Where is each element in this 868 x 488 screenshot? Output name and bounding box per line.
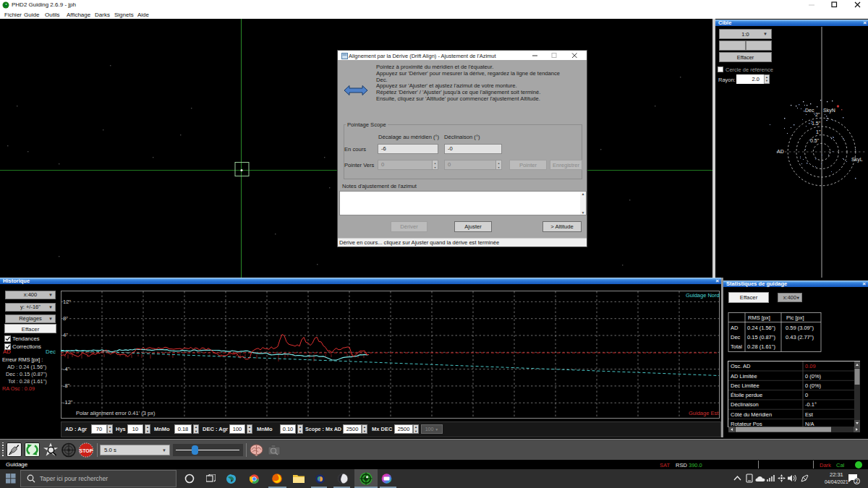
svg-text:Polar alignment error 0.41' (3: Polar alignment error 0.41' (3 px) [76,410,156,416]
svg-text:8": 8" [63,315,68,322]
svg-text:Est: Est [805,411,814,418]
svg-text:0.5": 0.5" [810,138,820,143]
svg-text:-12": -12" [63,399,73,406]
svg-text:0 (0%): 0 (0%) [805,373,822,380]
svg-text:0.24 (1.56"): 0.24 (1.56") [747,325,775,331]
svg-text:AD: AD [777,149,784,154]
svg-text:0.59 (3.09"): 0.59 (3.09") [786,325,814,331]
svg-text:Guidage Est: Guidage Est [689,410,719,416]
svg-text:Côté du Méridien: Côté du Méridien [731,411,772,418]
svg-text:0.43 (2.77"): 0.43 (2.77") [786,334,814,341]
svg-text:STOP: STOP [80,448,93,453]
svg-text:4": 4" [63,332,68,338]
svg-text:12": 12" [63,299,71,305]
svg-text:-8": -8" [63,382,70,389]
svg-text:-0.1°: -0.1° [805,401,817,408]
svg-text:Rotateur Pos: Rotateur Pos [731,421,762,427]
svg-text:AD Limitée: AD Limitée [731,373,757,380]
svg-text:1": 1" [816,129,821,134]
svg-text:Déclinaison: Déclinaison [731,401,759,408]
svg-text:Étoile perdue: Étoile perdue [731,392,762,398]
svg-text:Dec Limitée: Dec Limitée [731,382,760,389]
svg-text:RMS [px]: RMS [px] [748,314,770,321]
svg-text:0 (0%): 0 (0%) [805,382,822,389]
svg-text:2: 2 [856,479,859,484]
svg-text:Osc. AD: Osc. AD [731,363,751,369]
svg-text:0.28 (1.61"): 0.28 (1.61") [747,343,775,350]
svg-text:Pic [px]: Pic [px] [786,314,804,321]
svg-text:0.15 (0.87"): 0.15 (0.87") [747,334,775,341]
svg-text:-4": -4" [63,366,70,372]
svg-text:Dec: Dec [731,334,741,341]
svg-text:N/A: N/A [805,421,814,427]
svg-text:2": 2" [815,112,820,117]
svg-text:0.09: 0.09 [805,363,816,369]
svg-text:SkyL: SkyL [851,157,863,163]
svg-text:Dec: Dec [805,108,814,113]
svg-text:SkyN: SkyN [823,108,835,114]
svg-text:1.5": 1.5" [812,121,821,126]
svg-text:Guidage Nord: Guidage Nord [686,292,720,299]
svg-text:Total: Total [731,343,742,350]
svg-text:0: 0 [805,392,808,398]
svg-text:AD: AD [731,325,739,331]
